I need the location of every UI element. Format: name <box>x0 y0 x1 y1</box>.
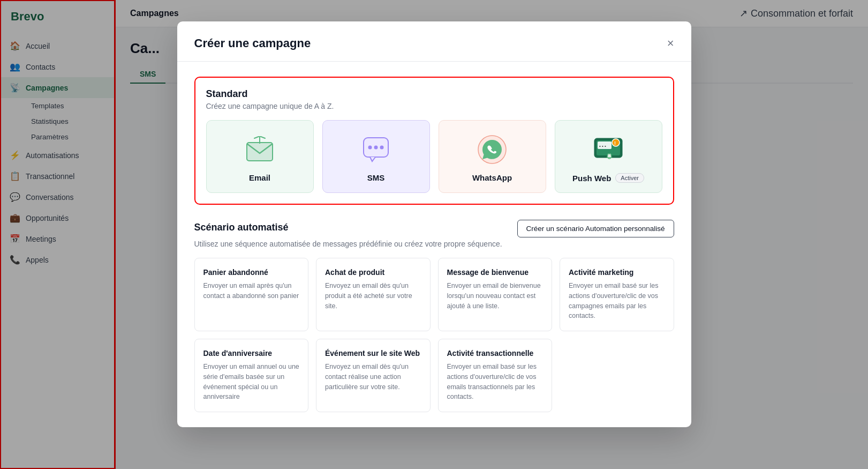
scenario-grid: Panier abandonné Envoyer un email après … <box>194 258 674 412</box>
svg-rect-0 <box>247 143 273 161</box>
campaign-type-email[interactable]: Email <box>206 120 314 193</box>
email-card-icon <box>243 132 277 167</box>
sms-card-icon <box>359 132 393 167</box>
scenario-card-desc: Envoyer un email annuel ou une série d'e… <box>203 362 300 402</box>
create-automation-button[interactable]: Créer un scénario Automation personnalis… <box>517 220 674 237</box>
whatsapp-card-icon <box>475 132 509 167</box>
scenario-title: Scénario automatisé <box>194 222 289 233</box>
scenario-card-desc: Envoyez un email dès qu'un contact réali… <box>325 362 421 392</box>
scenario-card-activite-transactionnelle[interactable]: Activité transactionnelle Envoyer un ema… <box>438 339 553 412</box>
modal-body: Standard Créez une campagne unique de A … <box>177 62 691 427</box>
modal-overlay: Créer une campagne × Standard Créez une … <box>0 0 868 469</box>
scenario-card-panier-abandonne[interactable]: Panier abandonné Envoyer un email après … <box>194 258 309 331</box>
scenario-card-title: Achat de produit <box>325 268 421 277</box>
svg-text:!: ! <box>614 140 616 146</box>
scenario-card-title: Activité transactionnelle <box>447 349 544 358</box>
scenario-card-activite-marketing[interactable]: Activité marketing Envoyer un email basé… <box>560 258 674 331</box>
scenario-card-desc: Envoyer un email basé sur les actions d'… <box>569 281 665 321</box>
campaign-type-sms[interactable]: SMS <box>322 120 430 193</box>
modal-close-button[interactable]: × <box>667 38 674 49</box>
modal-title: Créer une campagne <box>194 36 311 50</box>
create-campaign-modal: Créer une campagne × Standard Créez une … <box>177 21 691 427</box>
svg-point-4 <box>374 146 378 150</box>
scenario-card-title: Message de bienvenue <box>447 268 544 277</box>
scenario-card-evenement-site[interactable]: Événement sur le site Web Envoyez un ema… <box>316 339 431 412</box>
svg-point-11 <box>612 139 620 146</box>
scenario-card-desc: Envoyer un email après qu'un contact a a… <box>203 281 300 301</box>
scenario-section: Scénario automatisé Créer un scénario Au… <box>194 220 674 412</box>
scenario-header: Scénario automatisé Créer un scénario Au… <box>194 220 674 237</box>
scenario-card-title: Événement sur le site Web <box>325 349 421 358</box>
svg-point-3 <box>368 146 372 150</box>
sms-card-label: SMS <box>367 173 385 182</box>
campaign-type-whatsapp[interactable]: WhatsApp <box>439 120 546 193</box>
email-card-label: Email <box>249 173 270 182</box>
scenario-card-desc: Envoyez un email dès qu'un produit a été… <box>325 281 421 311</box>
scenario-card-achat-produit[interactable]: Achat de produit Envoyez un email dès qu… <box>316 258 431 331</box>
svg-point-5 <box>380 146 384 150</box>
pushweb-card-icon: • • • ! <box>591 132 625 167</box>
campaign-types-container: Email <box>206 120 662 193</box>
scenario-card-desc: Envoyer un email de bienvenue lorsqu'un … <box>447 281 544 311</box>
scenario-subtitle: Utilisez une séquence automatisée de mes… <box>194 240 674 248</box>
standard-section: Standard Créez une campagne unique de A … <box>194 77 674 205</box>
modal-header: Créer une campagne × <box>177 21 691 62</box>
scenario-card-anniversaire[interactable]: Date d'anniversaire Envoyer un email ann… <box>194 339 309 412</box>
pushweb-badge: Activer <box>615 173 644 183</box>
campaign-type-pushweb[interactable]: • • • ! Push Web Activer <box>555 120 662 193</box>
scenario-card-title: Panier abandonné <box>203 268 300 277</box>
standard-subtitle: Créez une campagne unique de A à Z. <box>206 102 662 110</box>
svg-text:• • •: • • • <box>599 144 606 148</box>
scenario-card-title: Date d'anniversaire <box>203 349 300 358</box>
scenario-card-title: Activité marketing <box>569 268 665 277</box>
standard-title: Standard <box>206 88 662 100</box>
scenario-card-desc: Envoyer un email basé sur les actions d'… <box>447 362 544 402</box>
whatsapp-card-label: WhatsApp <box>472 173 512 182</box>
pushweb-card-label: Push Web Activer <box>572 173 644 183</box>
scenario-card-message-bienvenue[interactable]: Message de bienvenue Envoyer un email de… <box>438 258 553 331</box>
